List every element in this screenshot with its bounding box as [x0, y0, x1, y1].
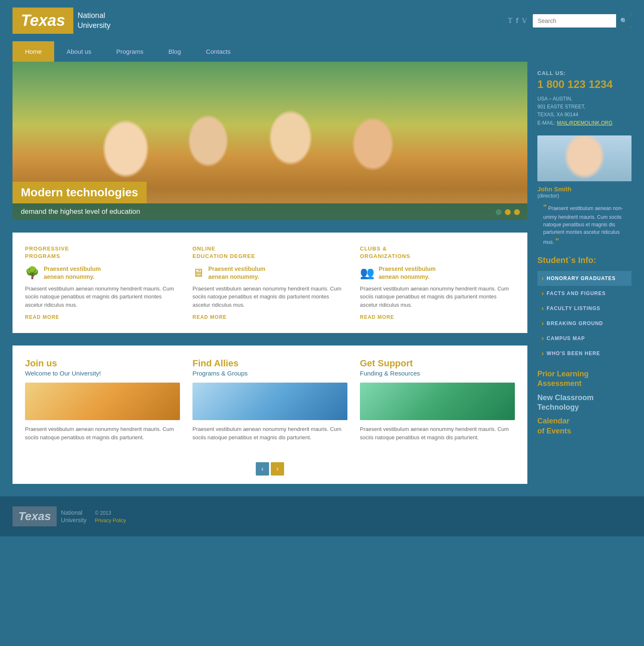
promo-2-body: Praesent vestibulum aenean nonummy hendr… [192, 425, 347, 441]
director-card: John Smith (director) " Praesent vestibu… [537, 135, 632, 247]
address-line3: TEXAS, XA 90144 [537, 112, 578, 118]
campus-map-link[interactable]: CAMPUS MAP [537, 331, 632, 346]
director-role: (director) [537, 193, 632, 199]
search-input[interactable] [533, 14, 616, 28]
feature-2-icon-row: 🖥 Praesent vestibulumaenean nonummy. [192, 265, 347, 280]
calendar-events-label: Calendarof Events [537, 417, 571, 435]
social-icons: 𝕋 𝕗 𝕍 [508, 17, 527, 25]
hero-dot-1[interactable] [496, 209, 502, 215]
sidebar: CALL US: 1 800 123 1234 USA – AUSTIN, 90… [527, 62, 632, 484]
promo-2-image [192, 383, 347, 420]
director-face-image [537, 135, 632, 181]
new-classroom-link[interactable]: New ClassroomTechnology [537, 393, 632, 413]
header-right: 𝕋 𝕗 𝕍 🔍 [508, 14, 632, 28]
feature-3-readmore[interactable]: READ MORE [360, 314, 394, 320]
feature-3-bold: Praesent vestibulumaenean nonummy. [379, 265, 436, 280]
email-link[interactable]: MAIL@DEMOLINK.ORG [557, 120, 613, 126]
vimeo-icon[interactable]: 𝕍 [522, 17, 527, 25]
hero-title: Modern technologies [21, 186, 138, 199]
hero-dots [496, 209, 520, 215]
feature-1-body: Praesent vestibulum aenean nonummy hendr… [25, 285, 180, 309]
promo-1-image [25, 383, 180, 420]
list-item: CAMPUS MAP [537, 331, 632, 346]
sidebar-call: CALL US: 1 800 123 1234 USA – AUSTIN, 90… [537, 70, 632, 127]
header: Texas NationalUniversity 𝕋 𝕗 𝕍 🔍 [0, 0, 644, 41]
list-item: FACULTY LISTINGS [537, 301, 632, 316]
logo-national: NationalUniversity [77, 11, 110, 30]
close-quote-icon: " [555, 237, 559, 245]
promo-allies: Find Allies Programs & Groups Praesent v… [192, 358, 347, 441]
features-section: PROGRESSIVEPROGRAMS 🌳 Praesent vestibulu… [12, 233, 527, 333]
copyright-text: © 2013 [95, 510, 111, 516]
feature-3-icon-row: 👥 Praesent vestibulumaenean nonummy. [360, 265, 515, 280]
content-area: Modern technologies demand the highest l… [12, 62, 527, 484]
feature-2-body: Praesent vestibulum aenean nonummy hendr… [192, 285, 347, 309]
promo-support: Get Support Funding & Resources Praesent… [360, 358, 515, 441]
list-item: FACTS AND FIGURES [537, 286, 632, 301]
hero-subtitle: demand the highest level of education [21, 208, 519, 216]
new-classroom-label: New ClassroomTechnology [537, 393, 594, 411]
students-info: Student`s Info: HONORARY GRADUATES FACTS… [537, 255, 632, 361]
nav-item-programs[interactable]: Programs [104, 41, 156, 62]
twitter-icon[interactable]: 𝕋 [508, 17, 512, 25]
hero-title-box: Modern technologies [12, 182, 147, 203]
search-button[interactable]: 🔍 [616, 14, 632, 28]
facebook-icon[interactable]: 𝕗 [516, 17, 519, 25]
logo: Texas NationalUniversity [12, 8, 110, 34]
director-quote: " Praesent vestibulum aenean non-ummy he… [537, 202, 632, 247]
director-name: John Smith [537, 185, 632, 193]
call-label: CALL US: [537, 70, 632, 76]
feature-2-readmore[interactable]: READ MORE [192, 314, 227, 320]
feature-1-icon-row: 🌳 Praesent vestibulumaenean nonummy. [25, 265, 180, 280]
tree-icon: 🌳 [25, 266, 40, 280]
list-item: BREAKING GROUND [537, 316, 632, 331]
breaking-ground-link[interactable]: BREAKING GROUND [537, 316, 632, 331]
promo-1-subtitle: Welcome to Our University! [25, 370, 180, 377]
nav-item-about[interactable]: About us [54, 41, 104, 62]
promo-section: Join us Welcome to Our University! Praes… [12, 346, 527, 454]
calendar-events-link[interactable]: Calendarof Events [537, 416, 632, 436]
nav-item-home[interactable]: Home [12, 41, 54, 62]
people-icon: 👥 [360, 266, 374, 280]
promo-1-title: Join us [25, 358, 180, 369]
hero-overlay: Modern technologies demand the highest l… [12, 182, 527, 220]
footer-logo: Texas NationalUniversity [12, 506, 87, 526]
privacy-policy-link[interactable]: Privacy Policy [95, 518, 126, 523]
logo-texas[interactable]: Texas [12, 8, 73, 34]
promo-2-title: Find Allies [192, 358, 347, 369]
prior-learning-link[interactable]: Prior LearningAssessment [537, 369, 632, 389]
whos-been-here-link[interactable]: WHO'S BEEN HERE [537, 346, 632, 361]
footer-texas: Texas [12, 506, 57, 526]
call-address: USA – AUSTIN, 901 EASTE STREET, TEXAS, X… [537, 95, 632, 127]
feature-3-body: Praesent vestibulum aenean nonummy hendr… [360, 285, 515, 309]
promo-3-image [360, 383, 515, 420]
carousel-prev-button[interactable]: ‹ [256, 462, 269, 476]
list-item: HONORARY GRADUATES [537, 271, 632, 286]
promo-3-title: Get Support [360, 358, 515, 369]
faculty-listings-link[interactable]: FACULTY LISTINGS [537, 301, 632, 316]
email-label: E-MAIL: [537, 120, 555, 126]
hero-subtitle-box: demand the highest level of education [12, 203, 527, 220]
open-quote-icon: " [543, 203, 547, 212]
feature-progressive: PROGRESSIVEPROGRAMS 🌳 Praesent vestibulu… [25, 245, 180, 320]
hero-dot-2[interactable] [505, 209, 511, 215]
feature-online: ONLINEEDUCATION DEGREE 🖥 Praesent vestib… [192, 245, 347, 320]
students-title: Student`s Info: [537, 255, 632, 265]
nav-item-contacts[interactable]: Contacts [193, 41, 243, 62]
feature-1-readmore[interactable]: READ MORE [25, 314, 59, 320]
nav: Home About us Programs Blog Contacts [0, 41, 644, 62]
promo-3-body: Praesent vestibulum aenean nonummy hendr… [360, 425, 515, 441]
promo-1-body: Praesent vestibulum aenean nonummy hendr… [25, 425, 180, 441]
facts-figures-link[interactable]: FACTS AND FIGURES [537, 286, 632, 301]
footer: Texas NationalUniversity © 2013 Privacy … [0, 496, 644, 536]
hero-dot-3[interactable] [514, 209, 520, 215]
feature-1-title: PROGRESSIVEPROGRAMS [25, 245, 180, 260]
carousel-next-button[interactable]: › [271, 462, 284, 476]
feature-2-title: ONLINEEDUCATION DEGREE [192, 245, 347, 260]
nav-item-blog[interactable]: Blog [156, 41, 193, 62]
promo-joinus: Join us Welcome to Our University! Praes… [25, 358, 180, 441]
hero-section: Modern technologies demand the highest l… [12, 62, 527, 220]
address-line2: 901 EASTE STREET, [537, 104, 585, 110]
honorary-graduates-link[interactable]: HONORARY GRADUATES [537, 271, 632, 286]
feature-3-title: CLUBS &ORGANIZATIONS [360, 245, 515, 260]
